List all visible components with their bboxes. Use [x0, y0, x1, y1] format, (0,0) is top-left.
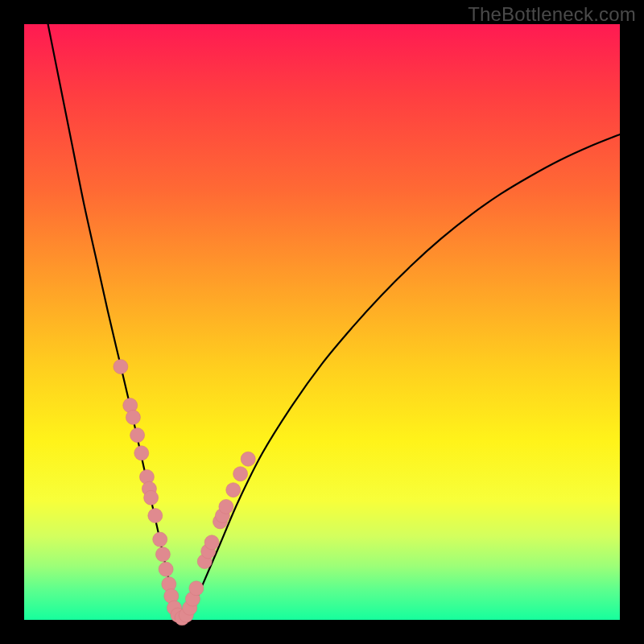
plot-area [24, 24, 620, 620]
curve-markers [114, 360, 255, 625]
curve-marker [153, 532, 167, 547]
curve-marker [233, 467, 248, 481]
curve-marker [126, 410, 140, 424]
curve-marker [219, 499, 233, 514]
curve-marker [241, 452, 255, 466]
curve-marker [114, 360, 128, 374]
chart-svg [24, 24, 620, 620]
curve-marker [204, 535, 219, 550]
chart-frame: TheBottleneck.com [0, 0, 644, 644]
bottleneck-curve [48, 24, 620, 618]
curve-marker [134, 446, 149, 460]
watermark-label: TheBottleneck.com [468, 3, 636, 26]
curve-marker [189, 581, 204, 596]
curve-marker [144, 490, 159, 505]
curve-marker [155, 547, 170, 562]
curve-marker [159, 562, 173, 576]
curve-marker [148, 509, 163, 523]
curve-marker [226, 483, 241, 497]
curve-marker [130, 428, 145, 443]
